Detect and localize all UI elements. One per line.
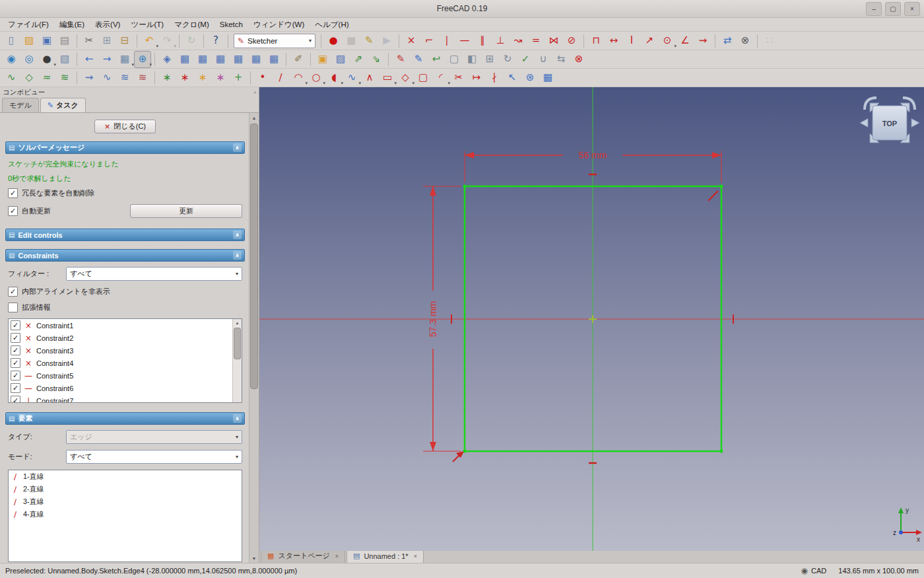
fit-all-button[interactable]: ◉ <box>3 51 20 68</box>
element-row[interactable]: ∕4-直線 <box>9 508 242 521</box>
scroll-up-icon[interactable]: ▲ <box>236 319 240 327</box>
constrain-equal-button[interactable]: = <box>527 32 544 50</box>
merge-sketches-button[interactable]: ∪ <box>535 51 552 68</box>
create-polygon-button[interactable]: ◇ <box>397 69 414 87</box>
split-edge-button[interactable]: ∤ <box>486 69 503 87</box>
constraint-row[interactable]: ✓—Constraint5 <box>9 369 242 382</box>
stop-operation-button[interactable]: ⊗ <box>570 51 587 68</box>
whats-this-button[interactable]: ? <box>207 32 224 50</box>
constrain-angle-button[interactable]: ∠ <box>676 32 694 50</box>
external-geometry-button[interactable]: ↖ <box>504 69 521 87</box>
macro-record-button[interactable]: ● <box>325 32 342 50</box>
print-button[interactable]: ▤ <box>56 32 73 50</box>
minimize-button[interactable]: – <box>866 2 882 16</box>
show-bspline-curvature-comb-button[interactable]: ≈ <box>38 69 55 87</box>
element-row[interactable]: ∕2-直線 <box>9 483 242 495</box>
map-sketch-button[interactable]: ⊞ <box>481 51 498 68</box>
close-task-button[interactable]: × 閉じる(C) <box>94 120 156 133</box>
edit-controls-header[interactable]: ▤ Edit controls ∧ <box>5 229 245 241</box>
increase-knot-multiplicity-button[interactable]: ≋ <box>116 69 133 87</box>
nav-back-button[interactable]: ← <box>81 51 98 68</box>
elements-section-header[interactable]: ▤ 要素 ∧ <box>5 412 245 425</box>
scrollbar-thumb[interactable] <box>250 124 258 389</box>
create-slot-button[interactable]: ▢ <box>414 69 432 87</box>
menu-sketch[interactable]: Sketch <box>214 19 248 30</box>
paste-button[interactable]: ⊟ <box>116 32 133 50</box>
make-link-button[interactable]: ⇗ <box>350 51 367 68</box>
mirror-sketch-button[interactable]: ⇆ <box>552 51 570 68</box>
constraint-row[interactable]: ✓×Constraint2 <box>9 332 242 344</box>
constrain-block-button[interactable]: ⊘ <box>563 32 580 50</box>
create-bspline-button[interactable]: ∿ <box>343 69 360 87</box>
panel-scrollbar[interactable]: ▲ ▼ <box>249 113 259 563</box>
view-left-button[interactable]: ▦ <box>265 51 282 68</box>
view-section-button[interactable]: ◧ <box>463 51 480 68</box>
constraint-visibility-checkbox[interactable]: ✓ <box>11 345 20 355</box>
show-bspline-knot-multiplicity-button[interactable]: ≋ <box>56 69 73 87</box>
tab-tasks[interactable]: ✎ タスク <box>40 98 86 112</box>
view-right-button[interactable]: ▦ <box>212 51 229 68</box>
menu-file[interactable]: ファイル(F) <box>3 18 54 31</box>
draw-style-button[interactable]: ● <box>38 51 55 68</box>
constraint-visibility-checkbox[interactable]: ✓ <box>11 358 20 368</box>
leave-sketch-button[interactable]: ↩ <box>428 51 445 68</box>
constraints-list-scrollbar[interactable]: ▲ <box>232 319 242 402</box>
dimension-57mm-label[interactable]: 57.3 mm <box>428 301 438 337</box>
hide-internal-checkbox[interactable]: ✓ <box>8 287 18 297</box>
menu-edit[interactable]: 編集(E) <box>54 18 90 31</box>
show-bspline-control-polygon-button[interactable]: ◇ <box>20 69 38 87</box>
fit-selection-button[interactable]: ◎ <box>20 51 38 68</box>
carbon-copy-button[interactable]: ⊛ <box>521 69 539 87</box>
close-window-button[interactable]: × <box>904 2 920 16</box>
close-tab-icon[interactable]: × <box>335 553 339 560</box>
view-rear-button[interactable]: ▦ <box>230 51 247 68</box>
vertex-top-right[interactable] <box>720 185 723 188</box>
constrain-radius-button[interactable]: ⊙ <box>659 32 676 50</box>
constraint-visibility-checkbox[interactable]: ✓ <box>11 396 20 403</box>
view-front-button[interactable]: ▦ <box>176 51 193 68</box>
bounding-box-button[interactable]: ▧ <box>56 51 73 68</box>
view-mode-button[interactable]: ▦ <box>116 51 133 68</box>
collapse-icon[interactable]: ∧ <box>233 143 242 152</box>
select-origin-button[interactable]: + <box>230 69 247 87</box>
auto-update-checkbox[interactable]: ✓ <box>8 206 18 216</box>
collapse-icon[interactable]: ∧ <box>233 414 242 423</box>
save-button[interactable]: ▣ <box>38 32 55 50</box>
constrain-vertical-button[interactable]: ∣ <box>438 32 455 50</box>
create-arc-button[interactable]: ◠ <box>290 69 307 87</box>
constraint-row[interactable]: ✓×Constraint3 <box>9 344 242 357</box>
constraint-visibility-checkbox[interactable]: ✓ <box>11 371 20 380</box>
vertex-bottom-left[interactable] <box>463 450 467 453</box>
constraint-row[interactable]: ✓×Constraint4 <box>9 357 242 369</box>
menu-tools[interactable]: ツール(T) <box>125 18 169 31</box>
constrain-lock-button[interactable]: ⊓ <box>587 32 605 50</box>
create-conic-button[interactable]: ◖ <box>325 69 343 87</box>
open-file-button[interactable]: ▨ <box>20 32 38 50</box>
select-conflicting-constraints-button[interactable]: ∗ <box>212 69 229 87</box>
constrain-distance-x-button[interactable]: ↔ <box>605 32 622 50</box>
constrain-symmetric-button[interactable]: ⋈ <box>545 32 562 50</box>
zoom-tools-button[interactable]: ⊕ <box>134 51 151 68</box>
create-point-button[interactable]: • <box>254 69 271 87</box>
constraint-visibility-checkbox[interactable]: ✓ <box>11 333 20 343</box>
view-sketch-button[interactable]: ▢ <box>446 51 463 68</box>
create-sketch-button[interactable]: ✎ <box>392 51 409 68</box>
view-bottom-button[interactable]: ▦ <box>248 51 265 68</box>
menu-macro[interactable]: マクロ(M) <box>169 18 214 31</box>
menu-help[interactable]: ヘルプ(H) <box>310 18 354 31</box>
constrain-point-on-object-button[interactable]: ⌐ <box>420 32 438 50</box>
edit-sketch-button[interactable]: ✎ <box>410 51 427 68</box>
update-button[interactable]: 更新 <box>130 204 242 218</box>
maximize-button[interactable]: ▢ <box>885 2 901 16</box>
constraint-row[interactable]: ✓×Constraint1 <box>9 319 242 332</box>
scrollbar-thumb[interactable] <box>234 328 241 359</box>
toggle-driving-constraint-button[interactable]: ⇄ <box>719 32 736 50</box>
create-line-button[interactable]: ∕ <box>272 69 289 87</box>
convert-to-bspline-button[interactable]: ⇝ <box>81 69 98 87</box>
select-solver-dofs-button[interactable]: ∗ <box>158 69 176 87</box>
view-axonometric-button[interactable]: ◈ <box>158 51 176 68</box>
scroll-down-icon[interactable]: ▼ <box>249 554 259 563</box>
collapse-icon[interactable]: ∧ <box>233 251 242 260</box>
toggle-construction-button[interactable]: ▦ <box>539 69 556 87</box>
constrain-horizontal-button[interactable]: — <box>456 32 473 50</box>
